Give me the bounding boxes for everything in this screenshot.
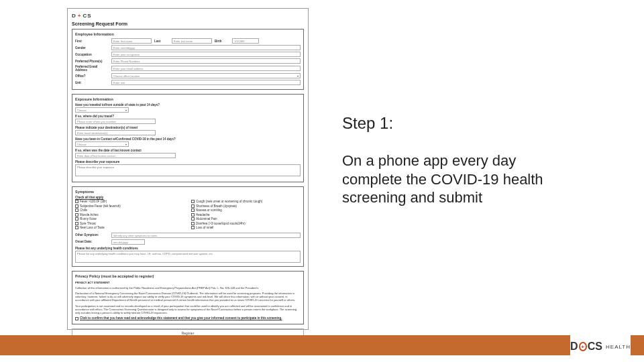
checkbox-icon[interactable] [191, 217, 195, 221]
form-logo: D+CS [72, 13, 304, 19]
symptom-label: Chills [80, 208, 87, 212]
phone-label: Preferred Phone(s) [75, 60, 109, 63]
checkbox-icon[interactable] [75, 222, 78, 225]
symptom-checkbox[interactable]: Headache [191, 213, 301, 217]
conditions-textarea[interactable] [75, 251, 301, 263]
onset-label: Onset Date: [75, 240, 109, 243]
symptom-checkbox[interactable]: Runny Nose [75, 217, 184, 221]
checkbox-icon[interactable] [191, 226, 195, 229]
occupation-input[interactable]: Enter your occupation [111, 52, 301, 57]
ack-checkbox[interactable] [75, 317, 78, 320]
symptoms-left-col: Fever >100.0F (38º)Subjective Fever (fel… [75, 200, 184, 231]
symptom-checkbox[interactable]: Cough (new onset or worsening of chronic… [191, 200, 301, 203]
symptom-label: Nausea or vomiting [196, 208, 222, 212]
check-all-label: Check all that apply [75, 196, 301, 199]
exposure-q3: Please describe your exposure [75, 160, 301, 164]
checkbox-icon[interactable] [75, 208, 78, 212]
checkbox-icon[interactable] [191, 200, 195, 203]
symptom-checkbox[interactable]: Abdominal Pain [191, 217, 301, 221]
footer-logo: D + CS HEALTH [570, 335, 631, 358]
privacy-section-head: Privacy Policy (must be accepted to regi… [75, 274, 301, 279]
symptom-label: Subjective Fever (felt feverish) [80, 204, 121, 208]
first-input[interactable]: Enter first name [111, 38, 152, 44]
checkbox-icon[interactable] [75, 217, 78, 221]
last-input[interactable]: Enter last name [172, 38, 212, 44]
step-text-block: Step 1: On a phone app every day complet… [342, 114, 564, 207]
checkbox-icon[interactable] [75, 226, 78, 229]
form-title: Screening Request Form [72, 21, 304, 26]
symptom-checkbox[interactable]: Loss of smell [191, 226, 301, 229]
symptom-checkbox[interactable]: Diarrhea (>3 loose/liquid stools/24hr) [191, 222, 301, 225]
exposure-a1-select[interactable]: Choose [75, 107, 129, 113]
privacy-head: PRIVACY ACT STATEMENT [75, 281, 110, 284]
last-label: Last [154, 40, 169, 43]
employee-info-section: Employee Information First Enter first n… [72, 29, 304, 90]
first-label: First [75, 40, 109, 43]
other-symptom-input[interactable]: Identify any other symptoms to notes [111, 233, 301, 238]
symptom-label: Diarrhea (>3 loose/liquid stools/24hr) [196, 222, 246, 225]
privacy-p3: Your participation is not assessed and n… [75, 304, 301, 315]
checkbox-icon[interactable] [191, 204, 195, 208]
office-label: Office? [75, 74, 109, 78]
step-body: On a phone app every day complete the CO… [342, 152, 564, 207]
checkbox-icon[interactable] [191, 213, 195, 217]
symptom-label: Muscle Aches [80, 213, 99, 217]
exposure-a2-select[interactable]: Choose [75, 141, 129, 147]
exposure-a1c-input[interactable]: Enter travel destination(s) [75, 130, 156, 135]
exposure-section-head: Exposure Information [75, 97, 301, 101]
footer-logo-cross-icon: + [579, 342, 587, 351]
symptom-checkbox[interactable]: Sore Throat [75, 222, 184, 225]
checkbox-icon[interactable] [191, 222, 195, 225]
conditions-label: Please list any underlying health condit… [75, 247, 301, 250]
checkbox-icon[interactable] [75, 200, 78, 203]
symptoms-section-head: Symptoms [75, 190, 301, 194]
screening-form-screenshot: D+CS Screening Request Form Employee Inf… [67, 8, 309, 330]
gender-input[interactable]: Enter mm/dd/yyyy [111, 45, 301, 50]
symptoms-section: Symptoms Check all that apply Fever >100… [72, 186, 304, 267]
symptom-label: Headache [196, 213, 210, 217]
email-label: Preferred Email Address [75, 65, 109, 72]
symptom-label: Fever >100.0F (38º) [80, 200, 107, 203]
footer-bar [0, 335, 644, 355]
symptom-checkbox[interactable]: New Loss of Taste [75, 226, 184, 229]
onset-input[interactable]: mm-dd-yyyy [111, 239, 145, 245]
occupation-label: Occupation [75, 53, 109, 56]
symptom-checkbox[interactable]: Nausea or vomiting [191, 208, 301, 212]
symptom-checkbox[interactable]: Muscle Aches [75, 213, 184, 217]
exposure-q2: Have you been in Contact w/Confirmed COV… [75, 137, 301, 141]
unit-label: Unit [75, 81, 109, 84]
symptom-label: Abdominal Pain [196, 217, 217, 221]
exposure-describe-textarea[interactable] [75, 164, 301, 176]
footer-logo-d: D [570, 341, 578, 353]
symptom-label: Sore Throat [80, 222, 96, 225]
checkbox-icon[interactable] [75, 213, 78, 217]
symptom-checkbox[interactable]: Subjective Fever (felt feverish) [75, 204, 184, 208]
unit-input[interactable]: Enter unit [111, 80, 301, 85]
symptom-checkbox[interactable]: Fever >100.0F (38º) [75, 200, 184, 203]
symptom-label: Runny Nose [80, 217, 97, 221]
privacy-ack-row[interactable]: Click to confirm that you have read and … [75, 316, 301, 320]
symptom-label: Cough (new onset or worsening of chronic… [196, 200, 262, 203]
birth-label: Birth [215, 40, 229, 43]
exposure-a2b-input[interactable]: Enter date of last known contact [75, 153, 176, 158]
exposure-section: Exposure Information Have you traveled t… [72, 94, 304, 182]
phone-input[interactable]: Enter Phone Numbers [111, 58, 301, 64]
privacy-p2: Declaration of a National Emergency Conc… [75, 292, 301, 302]
exposure-a1b-input[interactable]: Please enter where you traveled [75, 119, 156, 124]
privacy-p1: Collection of this information is author… [75, 286, 301, 290]
footer-logo-cs: CS [588, 341, 602, 353]
gender-label: Gender [75, 46, 109, 50]
office-select[interactable]: Choose office location [111, 73, 301, 78]
symptoms-right-col: Cough (new onset or worsening of chronic… [191, 200, 301, 231]
birth-input[interactable]: 1/1/1990 [232, 38, 259, 44]
symptom-label: Shortness of Breath (dyspnea) [196, 204, 237, 208]
footer-logo-health: HEALTH [606, 344, 631, 350]
checkbox-icon[interactable] [75, 204, 78, 208]
symptom-checkbox[interactable]: Shortness of Breath (dyspnea) [191, 204, 301, 208]
email-input[interactable]: Enter your email address [111, 66, 301, 71]
symptom-checkbox[interactable]: Chills [75, 208, 184, 212]
symptom-label: Loss of smell [196, 226, 213, 229]
exposure-q1b: If so, where did you travel? [75, 115, 301, 118]
step-title: Step 1: [342, 114, 564, 133]
checkbox-icon[interactable] [191, 208, 195, 212]
